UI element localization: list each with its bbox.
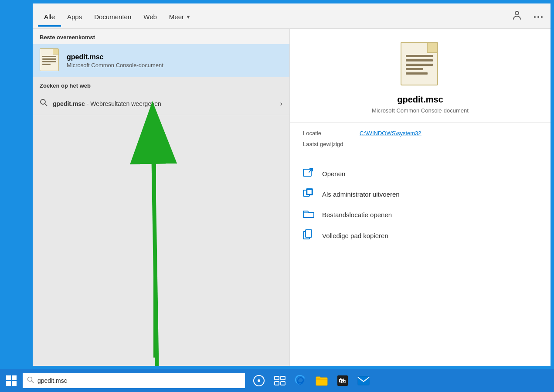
svg-rect-26 bbox=[316, 378, 327, 385]
action-copy-path-label: Volledige pad kopiëren bbox=[322, 232, 388, 239]
svg-text:🛍: 🛍 bbox=[339, 377, 346, 385]
svg-rect-25 bbox=[281, 382, 285, 385]
svg-line-5 bbox=[45, 104, 47, 106]
windows-logo-icon bbox=[6, 375, 17, 386]
action-file-location-label: Bestandslocatie openen bbox=[322, 211, 392, 218]
web-search-rest: - Webresultaten weergeven bbox=[85, 100, 161, 107]
task-view-icon[interactable] bbox=[270, 369, 289, 392]
cortana-icon[interactable] bbox=[249, 369, 269, 392]
tab-documenten-label: Documenten bbox=[94, 13, 131, 20]
best-match-title: gpedit.msc bbox=[67, 53, 163, 61]
svg-rect-10 bbox=[307, 190, 312, 194]
file-explorer-icon[interactable] bbox=[312, 369, 331, 392]
action-file-location[interactable]: Bestandslocatie openen bbox=[290, 205, 551, 225]
svg-rect-14 bbox=[306, 231, 311, 237]
tab-web-label: Web bbox=[143, 13, 157, 20]
file-icon-large bbox=[401, 42, 440, 88]
best-match-label: Beste overeenkomst bbox=[40, 34, 95, 41]
location-label: Locatie bbox=[303, 130, 360, 136]
last-modified-row: Laatst gewijzigd bbox=[303, 141, 537, 147]
web-search-section: Zoeken op het web gpedit.msc - Webresult… bbox=[33, 77, 289, 366]
taskbar-search-input[interactable] bbox=[37, 377, 241, 384]
action-open-label: Openen bbox=[322, 170, 345, 177]
best-match-header: Beste overeenkomst bbox=[33, 29, 289, 44]
svg-rect-27 bbox=[316, 377, 320, 378]
web-search-bold: gpedit.msc bbox=[53, 100, 85, 107]
svg-point-1 bbox=[534, 16, 536, 18]
last-modified-label: Laatst gewijzigd bbox=[303, 141, 360, 147]
web-search-item[interactable]: gpedit.msc - Webresultaten weergeven › bbox=[33, 92, 289, 115]
folder-icon bbox=[303, 209, 316, 221]
location-row: Locatie C:\WINDOWS\system32 bbox=[303, 130, 537, 136]
content-area: Beste overeenkomst gpedit.msc bbox=[33, 29, 551, 366]
tab-web[interactable]: Web bbox=[137, 5, 163, 27]
svg-point-2 bbox=[537, 16, 539, 18]
tab-bar: Alle Apps Documenten Web Meer ▼ bbox=[33, 3, 551, 29]
taskbar-search-bar[interactable] bbox=[23, 373, 245, 388]
svg-point-3 bbox=[541, 16, 543, 18]
svg-rect-24 bbox=[275, 382, 279, 385]
tab-apps[interactable]: Apps bbox=[61, 5, 88, 27]
more-options-icon[interactable] bbox=[531, 10, 545, 22]
best-match-text: gpedit.msc Microsoft Common Console-docu… bbox=[67, 53, 163, 68]
taskbar-search-icon bbox=[27, 376, 34, 385]
tab-documenten[interactable]: Documenten bbox=[88, 5, 137, 27]
right-panel-top: gpedit.msc Microsoft Common Console-docu… bbox=[290, 29, 551, 123]
tab-meer[interactable]: Meer ▼ bbox=[163, 5, 197, 27]
svg-line-19 bbox=[32, 381, 34, 383]
svg-point-0 bbox=[515, 11, 519, 15]
action-admin-label: Als administrator uitvoeren bbox=[322, 191, 400, 198]
store-icon[interactable]: 🛍 bbox=[333, 369, 352, 392]
taskbar: 🛍 bbox=[0, 369, 554, 392]
svg-point-21 bbox=[258, 379, 260, 382]
start-button[interactable] bbox=[0, 369, 23, 392]
web-search-label: Zoeken op het web bbox=[40, 82, 91, 89]
edge-icon[interactable] bbox=[291, 369, 310, 392]
web-search-query: gpedit.msc - Webresultaten weergeven bbox=[53, 100, 280, 107]
action-admin[interactable]: Als administrator uitvoeren bbox=[290, 184, 551, 205]
svg-rect-30 bbox=[358, 376, 369, 385]
tab-alle-label: Alle bbox=[44, 13, 55, 20]
action-list: Openen Als administrator uitvoeren bbox=[290, 159, 551, 251]
location-value[interactable]: C:\WINDOWS\system32 bbox=[360, 130, 421, 136]
right-panel: gpedit.msc Microsoft Common Console-docu… bbox=[290, 29, 551, 366]
mail-icon[interactable] bbox=[354, 369, 373, 392]
taskbar-icons: 🛍 bbox=[249, 369, 373, 392]
best-match-item[interactable]: gpedit.msc Microsoft Common Console-docu… bbox=[33, 44, 289, 77]
file-icon-small bbox=[40, 48, 61, 73]
left-panel: Beste overeenkomst gpedit.msc bbox=[33, 29, 290, 366]
person-icon[interactable] bbox=[510, 8, 524, 24]
svg-rect-22 bbox=[275, 376, 279, 380]
tab-bar-right bbox=[510, 8, 545, 24]
svg-rect-23 bbox=[281, 376, 285, 380]
tab-alle[interactable]: Alle bbox=[38, 5, 61, 27]
result-title: gpedit.msc bbox=[397, 95, 443, 105]
tab-apps-label: Apps bbox=[67, 13, 82, 20]
web-search-header: Zoeken op het web bbox=[33, 77, 289, 92]
copy-icon bbox=[303, 229, 316, 242]
action-open[interactable]: Openen bbox=[290, 164, 551, 184]
admin-icon bbox=[303, 188, 316, 200]
chevron-down-icon: ▼ bbox=[186, 14, 191, 20]
chevron-right-icon: › bbox=[280, 100, 282, 108]
result-info: Locatie C:\WINDOWS\system32 Laatst gewij… bbox=[290, 123, 551, 159]
search-icon bbox=[40, 99, 48, 109]
left-border bbox=[0, 0, 33, 369]
action-copy-path[interactable]: Volledige pad kopiëren bbox=[290, 225, 551, 246]
tab-meer-label: Meer bbox=[169, 13, 184, 20]
result-subtitle: Microsoft Common Console-document bbox=[372, 107, 469, 114]
search-window: Alle Apps Documenten Web Meer ▼ bbox=[33, 3, 551, 366]
open-icon bbox=[303, 168, 316, 180]
best-match-subtitle: Microsoft Common Console-document bbox=[67, 62, 163, 68]
svg-rect-6 bbox=[303, 169, 311, 176]
